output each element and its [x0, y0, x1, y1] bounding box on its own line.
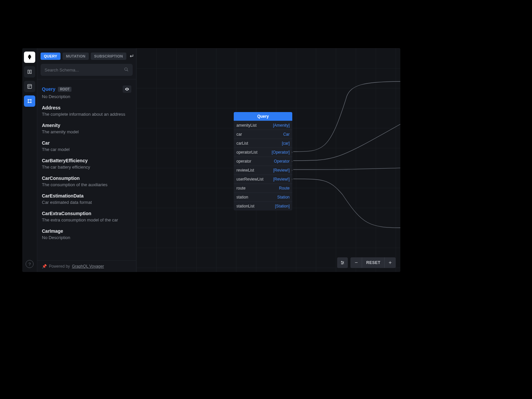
- canvas-controls: − RESET +: [337, 257, 396, 268]
- reset-button[interactable]: RESET: [362, 257, 384, 268]
- schema-item-desc: The amenity model: [42, 129, 131, 134]
- sidebar: QUERY MUTATION SUBSCRIPTION ↵ QueryROOTN…: [37, 48, 136, 272]
- schema-item-desc: Car estimated data format: [42, 200, 131, 205]
- field-type: [Review!]: [273, 168, 290, 173]
- field-name: car: [236, 132, 242, 137]
- field-type: [car]: [282, 141, 290, 146]
- schema-item[interactable]: CarConsumptionThe consumption of the aux…: [42, 173, 131, 191]
- schema-item-name: Address: [42, 105, 61, 110]
- field-name: reviewList: [236, 168, 254, 173]
- node-field-row[interactable]: operatorOperator: [234, 157, 292, 166]
- visibility-icon[interactable]: [123, 85, 131, 93]
- schema-list[interactable]: QueryROOTNo DescriptionAddressThe comple…: [37, 79, 136, 260]
- schema-item-desc: The complete information about an addres…: [42, 112, 131, 117]
- node-title: Query: [234, 112, 292, 121]
- search-input[interactable]: [45, 67, 124, 72]
- sidebar-footer: 📌 Powered by GraphQL Voyager: [37, 260, 136, 272]
- tab-subscription[interactable]: SUBSCRIPTION: [91, 53, 126, 60]
- field-name: userReviewList: [236, 177, 263, 182]
- schema-item[interactable]: AddressThe complete information about an…: [42, 102, 131, 120]
- node-field-row[interactable]: stationList[Station]: [234, 201, 292, 210]
- zoom-in-button[interactable]: +: [384, 257, 396, 268]
- svg-point-5: [125, 67, 127, 70]
- pin-icon: 📌: [42, 264, 47, 269]
- connection-port-icon: [292, 160, 292, 162]
- help-icon[interactable]: ?: [26, 260, 34, 268]
- svg-point-7: [343, 262, 344, 263]
- connection-port-icon: [292, 151, 292, 153]
- root-badge: ROOT: [58, 87, 71, 92]
- svg-rect-0: [28, 84, 32, 88]
- search-icon: [124, 67, 129, 73]
- zoom-controls: − RESET +: [350, 257, 396, 268]
- schema-item[interactable]: CarBatteryEfficiencyThe car battery effi…: [42, 155, 131, 173]
- schema-item[interactable]: QueryROOTNo Description: [42, 83, 131, 102]
- field-type: Route: [279, 186, 290, 191]
- node-field-row[interactable]: userReviewList[Review!]: [234, 175, 292, 184]
- field-type: [Amenity]: [273, 123, 290, 128]
- graph-canvas[interactable]: Query amenityList[Amenity]carCarcarList[…: [136, 48, 400, 272]
- schema-item-desc: No Description: [42, 94, 131, 99]
- schema-item-name: CarBatteryEfficiency: [42, 158, 88, 163]
- schema-icon[interactable]: [24, 81, 35, 92]
- tab-query[interactable]: QUERY: [41, 53, 61, 60]
- voyager-icon[interactable]: [24, 95, 35, 107]
- field-type: Car: [283, 132, 290, 137]
- schema-item[interactable]: CarThe car model: [42, 138, 131, 155]
- svg-point-1: [28, 99, 29, 100]
- icon-rail: ?: [22, 48, 37, 272]
- logo-icon[interactable]: [24, 52, 35, 63]
- docs-icon[interactable]: [24, 66, 35, 77]
- collapse-sidebar-icon[interactable]: ↵: [128, 52, 135, 61]
- node-field-row[interactable]: carList[car]: [234, 139, 292, 148]
- schema-item-name: CarExtraConsumption: [42, 211, 91, 216]
- field-name: operator: [236, 159, 251, 164]
- schema-item-name: Amenity: [42, 123, 60, 128]
- field-name: carList: [236, 141, 248, 146]
- field-type: [Operator]: [272, 150, 290, 155]
- connection-port-icon: [292, 169, 292, 171]
- schema-item-desc: The consumption of the auxiliaries: [42, 182, 131, 187]
- field-name: amenityList: [236, 123, 257, 128]
- schema-item-name: CarEstimationData: [42, 193, 83, 199]
- schema-item-name: CarImage: [42, 228, 63, 234]
- settings-button[interactable]: [337, 257, 348, 268]
- schema-item-desc: The extra consumption model of the car: [42, 217, 131, 222]
- schema-item[interactable]: AmenityThe amenity model: [42, 120, 131, 138]
- svg-point-4: [31, 102, 32, 103]
- field-type: [Review!]: [273, 177, 290, 182]
- search-box: [41, 64, 133, 76]
- zoom-out-button[interactable]: −: [350, 257, 362, 268]
- node-field-row[interactable]: routeRoute: [234, 184, 292, 193]
- node-field-row[interactable]: carCar: [234, 130, 292, 139]
- connection-port-icon: [292, 178, 292, 180]
- node-field-row[interactable]: reviewList[Review!]: [234, 166, 292, 175]
- operation-tabs: QUERY MUTATION SUBSCRIPTION ↵: [37, 48, 136, 64]
- svg-point-8: [342, 263, 342, 264]
- svg-point-6: [341, 261, 342, 262]
- schema-item[interactable]: CarEstimationDataCar estimated data form…: [42, 191, 131, 208]
- schema-item-desc: The car battery efficiency: [42, 165, 131, 170]
- node-field-row[interactable]: operatorList[Operator]: [234, 148, 292, 157]
- field-type: [Station]: [275, 204, 290, 208]
- field-type: Operator: [274, 159, 290, 164]
- query-node[interactable]: Query amenityList[Amenity]carCarcarList[…: [234, 112, 292, 210]
- field-name: operatorList: [236, 150, 257, 155]
- schema-item-name: Car: [42, 140, 50, 146]
- schema-item[interactable]: CarImageNo Description: [42, 226, 131, 243]
- schema-item-desc: No Description: [42, 235, 131, 240]
- node-field-row[interactable]: stationStation: [234, 193, 292, 201]
- field-type: Station: [277, 195, 290, 200]
- schema-item-desc: The car model: [42, 147, 131, 152]
- svg-point-3: [28, 102, 29, 103]
- node-field-row[interactable]: amenityList[Amenity]: [234, 121, 292, 130]
- svg-point-2: [31, 99, 32, 100]
- schema-item-name: Query: [42, 86, 55, 92]
- schema-item[interactable]: CarExtraConsumptionThe extra consumption…: [42, 208, 131, 226]
- schema-item-name: CarConsumption: [42, 176, 80, 181]
- field-name: route: [236, 186, 245, 191]
- footer-link[interactable]: GraphQL Voyager: [72, 264, 104, 269]
- footer-prefix: Powered by: [49, 264, 70, 269]
- app-window: ? QUERY MUTATION SUBSCRIPTION ↵ QueryROO…: [22, 48, 400, 272]
- tab-mutation[interactable]: MUTATION: [63, 53, 89, 60]
